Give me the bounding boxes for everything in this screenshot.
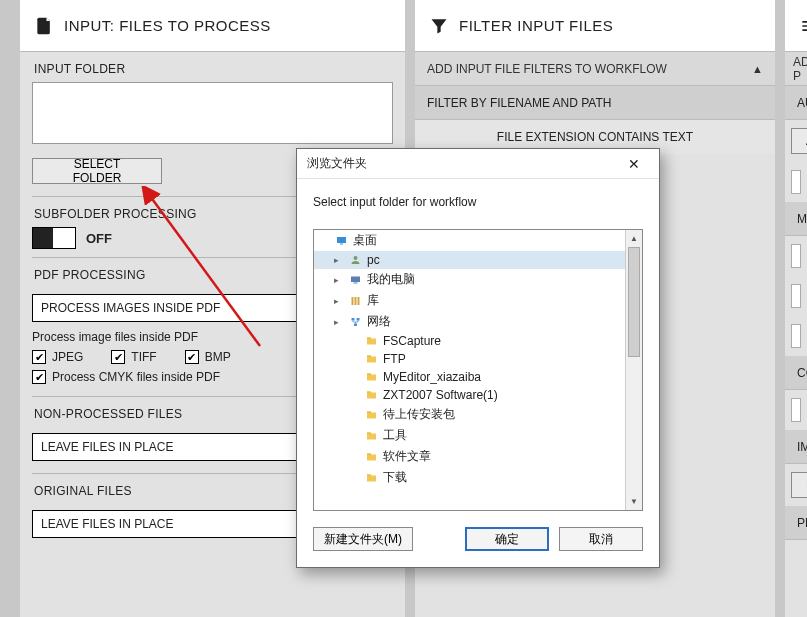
panel-filter-header: FILTER INPUT FILES [415, 0, 775, 52]
new-folder-button[interactable]: 新建文件夹(M) [313, 527, 413, 551]
right-res-button[interactable]: RES [791, 472, 807, 498]
files-icon [34, 16, 54, 36]
scroll-down-icon[interactable]: ▼ [626, 493, 642, 510]
filter-by-filename[interactable]: FILTER BY FILENAME AND PATH [415, 86, 775, 120]
right-auto[interactable]: AUTO [785, 86, 807, 120]
tree-item-label: pc [367, 253, 380, 267]
tree-item-label: ZXT2007 Software(1) [383, 388, 498, 402]
right-colo[interactable]: COLO [785, 356, 807, 390]
subfolder-toggle-state: OFF [86, 231, 112, 246]
user-icon [348, 254, 363, 266]
dialog-message: Select input folder for workflow [297, 179, 659, 213]
tree-item-label: 待上传安装包 [383, 406, 455, 423]
computer-icon [348, 274, 363, 286]
input-folder-textbox[interactable] [32, 82, 393, 144]
tree-item[interactable]: 桌面 [314, 230, 625, 251]
tree-item[interactable]: ▸库 [314, 290, 625, 311]
checkbox-bmp[interactable]: BMP [185, 350, 231, 364]
folder-icon [364, 371, 379, 383]
expand-arrow-icon: ▸ [334, 317, 344, 327]
tree-item-label: 下载 [383, 469, 407, 486]
tree-item-label: 网络 [367, 313, 391, 330]
folder-icon [364, 472, 379, 484]
tree-item-label: 桌面 [353, 232, 377, 249]
panel-input-title: INPUT: FILES TO PROCESS [64, 17, 271, 34]
tree-item-label: 软件文章 [383, 448, 431, 465]
tree-item-label: 工具 [383, 427, 407, 444]
tree-item[interactable]: FSCapture [314, 332, 625, 350]
folder-icon [364, 409, 379, 421]
tree-item-label: FTP [383, 352, 406, 366]
right-field-2[interactable] [791, 244, 801, 268]
panel-right: ADD P AUTO AUT MANU COLO IMAG RES PHOT [785, 0, 807, 617]
tree-item[interactable]: 工具 [314, 425, 625, 446]
cancel-button[interactable]: 取消 [559, 527, 643, 551]
filter-add-row[interactable]: ADD INPUT FILE FILTERS TO WORKFLOW ▲ [415, 52, 775, 86]
folder-icon [364, 335, 379, 347]
panel-right-header [785, 0, 807, 52]
panel-input-header: INPUT: FILES TO PROCESS [20, 0, 405, 52]
browse-folder-dialog: 浏览文件夹 ✕ Select input folder for workflow… [296, 148, 660, 568]
collapse-icon: ▲ [752, 63, 763, 75]
ok-button[interactable]: 确定 [465, 527, 549, 551]
checkbox-tiff[interactable]: TIFF [111, 350, 156, 364]
tree-item[interactable]: ▸网络 [314, 311, 625, 332]
right-field-3[interactable] [791, 284, 801, 308]
right-field-5[interactable] [791, 398, 801, 422]
tree-item-label: 库 [367, 292, 379, 309]
panel-filter-title: FILTER INPUT FILES [459, 17, 613, 34]
folder-icon [364, 353, 379, 365]
scroll-thumb[interactable] [628, 247, 640, 357]
tree-item[interactable]: ZXT2007 Software(1) [314, 386, 625, 404]
dialog-title: 浏览文件夹 [307, 155, 367, 172]
folder-icon [364, 430, 379, 442]
tree-scrollbar[interactable]: ▲ ▼ [625, 230, 642, 510]
tree-item[interactable]: ▸我的电脑 [314, 269, 625, 290]
right-imag[interactable]: IMAG [785, 430, 807, 464]
sliders-icon [799, 16, 807, 36]
desktop-icon [334, 235, 349, 247]
right-aut-button[interactable]: AUT [791, 128, 807, 154]
expand-arrow-icon: ▸ [334, 296, 344, 306]
select-folder-button[interactable]: SELECT FOLDER [32, 158, 162, 184]
tree-item[interactable]: ▸pc [314, 251, 625, 269]
tree-item[interactable]: 待上传安装包 [314, 404, 625, 425]
right-add[interactable]: ADD P [785, 52, 807, 86]
libs-icon [348, 295, 363, 307]
scroll-up-icon[interactable]: ▲ [626, 230, 642, 247]
network-icon [348, 316, 363, 328]
tree-item-label: FSCapture [383, 334, 441, 348]
tree-item[interactable]: FTP [314, 350, 625, 368]
tree-item[interactable]: MyEditor_xiazaiba [314, 368, 625, 386]
expand-arrow-icon: ▸ [334, 275, 344, 285]
tree-item-label: MyEditor_xiazaiba [383, 370, 481, 384]
right-phot[interactable]: PHOT [785, 506, 807, 540]
input-folder-label: INPUT FOLDER [32, 52, 393, 82]
right-field-4[interactable] [791, 324, 801, 348]
pdf-select-value: PROCESS IMAGES INSIDE PDF [41, 301, 220, 315]
checkbox-jpeg[interactable]: JPEG [32, 350, 83, 364]
right-manu[interactable]: MANU [785, 202, 807, 236]
tree-item-label: 我的电脑 [367, 271, 415, 288]
tree-item[interactable]: 下载 [314, 467, 625, 488]
expand-arrow-icon: ▸ [334, 255, 344, 265]
funnel-icon [429, 16, 449, 36]
folder-icon [364, 451, 379, 463]
dialog-close-button[interactable]: ✕ [619, 149, 649, 179]
right-field-1[interactable] [791, 170, 801, 194]
folder-icon [364, 389, 379, 401]
folder-tree[interactable]: 桌面▸pc▸我的电脑▸库▸网络FSCaptureFTPMyEditor_xiaz… [314, 230, 625, 510]
tree-item[interactable]: 软件文章 [314, 446, 625, 467]
